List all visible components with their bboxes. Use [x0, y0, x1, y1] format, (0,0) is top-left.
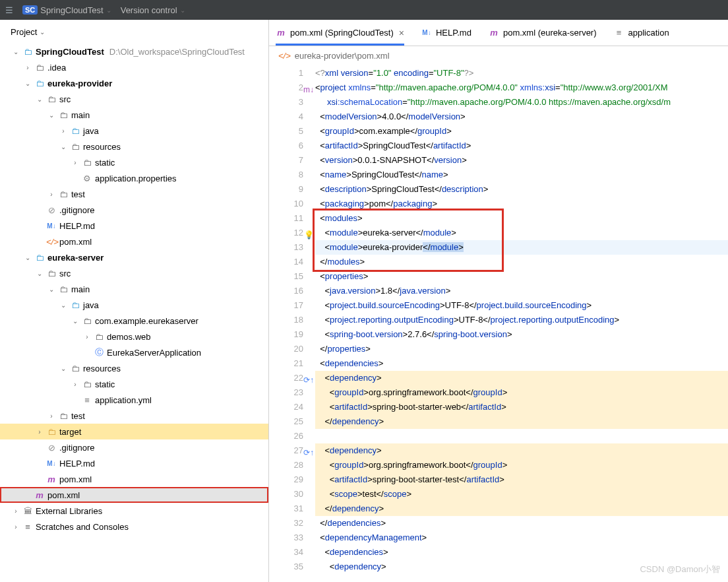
tree-item-pom-xml[interactable]: mpom.xml	[0, 487, 268, 503]
tree-item-com-example-eurekaserver[interactable]: 🗀com.example.eurekaserver	[0, 313, 268, 329]
code-line-23[interactable]: <groupId>org.springframework.boot</group…	[315, 385, 728, 400]
tree-arrow[interactable]	[12, 523, 20, 531]
tree-item-application-properties[interactable]: ⚙application.properties	[0, 170, 268, 186]
tree-arrow[interactable]	[59, 365, 67, 372]
tree-arrow[interactable]	[12, 48, 20, 55]
tree-item-resources[interactable]: 🗀resources	[0, 139, 268, 154]
tree-item-application-yml[interactable]: ≡application.yml	[0, 392, 268, 408]
tree-arrow[interactable]	[71, 159, 79, 166]
sidebar-header[interactable]: Project ⌄	[0, 20, 268, 44]
code-line-34[interactable]: <dependencies>	[315, 545, 728, 560]
tree-arrow[interactable]	[36, 428, 44, 436]
tree-arrow[interactable]	[83, 333, 91, 340]
tree-item-main[interactable]: 🗀main	[0, 281, 268, 297]
tree-arrow[interactable]	[24, 80, 32, 87]
tab-pom-xml--springcloudtest-[interactable]: mpom.xml (SpringCloudTest)×	[276, 20, 404, 46]
code-editor[interactable]: 12m↓3456789101112💡13141516171819202122⟳↑…	[269, 65, 728, 582]
tab-pom-xml--eureka-server-[interactable]: mpom.xml (eureka-server)	[489, 20, 597, 46]
code-line-27[interactable]: <dependency>	[315, 443, 728, 458]
tree-item-scratches-and-consoles[interactable]: ≡Scratches and Consoles	[0, 519, 268, 534]
code-line-20[interactable]: </properties>	[315, 342, 728, 356]
tree-item-src[interactable]: 🗀src	[0, 91, 268, 107]
tree-arrow[interactable]	[47, 191, 55, 198]
code-line-9[interactable]: <description>SpringCloudTest</descriptio…	[315, 182, 728, 197]
tree-item-target[interactable]: 🗀target	[0, 424, 268, 439]
tree-item-src[interactable]: 🗀src	[0, 265, 268, 281]
tree-item-main[interactable]: 🗀main	[0, 107, 268, 123]
tree-item-java[interactable]: 🗀java	[0, 123, 268, 139]
close-icon[interactable]: ×	[399, 28, 404, 38]
code-line-10[interactable]: <packaging>pom</packaging>	[315, 197, 728, 211]
code-line-28[interactable]: <groupId>org.springframework.boot</group…	[315, 458, 728, 472]
tree-item-pom-xml[interactable]: mpom.xml	[0, 471, 268, 487]
tree-arrow[interactable]	[24, 254, 32, 261]
tree-item--idea[interactable]: 🗀.idea	[0, 59, 268, 75]
tree-item-eurekaserverapplication[interactable]: ⒸEurekaServerApplication	[0, 344, 268, 360]
tree-item-help-md[interactable]: M↓HELP.md	[0, 218, 268, 234]
tree-item-static[interactable]: 🗀static	[0, 154, 268, 170]
code-line-26[interactable]	[315, 429, 728, 443]
tree-arrow[interactable]	[59, 302, 67, 309]
tree-arrow[interactable]	[59, 143, 67, 150]
code-line-33[interactable]: <dependencyManagement>	[315, 531, 728, 545]
code-line-18[interactable]: <project.reporting.outputEncoding>UTF-8<…	[315, 313, 728, 327]
tab-application[interactable]: ≡application	[614, 20, 669, 46]
tree-arrow[interactable]	[12, 507, 20, 515]
code-line-24[interactable]: <artifactId>spring-boot-starter-web</art…	[315, 400, 728, 414]
code-line-13[interactable]: <module>eureka-provider</module>	[315, 240, 728, 255]
code-line-32[interactable]: </dependencies>	[315, 516, 728, 531]
tab-help-md[interactable]: M↓HELP.md	[421, 20, 471, 46]
code-line-12[interactable]: <module>eureka-server</module>	[315, 226, 728, 240]
tree-item-external-libraries[interactable]: 🏛External Libraries	[0, 503, 268, 519]
tree-item-demos-web[interactable]: 🗀demos.web	[0, 329, 268, 344]
code-line-16[interactable]: <java.version>1.8</java.version>	[315, 284, 728, 298]
code-line-29[interactable]: <artifactId>spring-boot-starter-test</ar…	[315, 472, 728, 487]
tree-item-eureka-provider[interactable]: 🗀eureka-provider	[0, 75, 268, 91]
code-line-17[interactable]: <project.build.sourceEncoding>UTF-8</pro…	[315, 298, 728, 313]
tree-item-resources[interactable]: 🗀resources	[0, 360, 268, 376]
tree-arrow[interactable]	[47, 412, 55, 420]
code-line-14[interactable]: </modules>	[315, 255, 728, 269]
code-body[interactable]: <?xml version="1.0" encoding="UTF-8"?><p…	[315, 65, 728, 582]
code-line-25[interactable]: </dependency>	[315, 414, 728, 429]
tree-item--gitignore[interactable]: ⊘.gitignore	[0, 439, 268, 455]
project-selector[interactable]: SC SpringCloudTest ⌄	[22, 5, 111, 15]
tree-arrow[interactable]	[71, 381, 79, 388]
code-line-19[interactable]: <spring-boot.version>2.7.6</spring-boot.…	[315, 327, 728, 342]
tree-item-springcloudtest[interactable]: 🗀SpringCloudTestD:\Old_workspace\SpringC…	[0, 44, 268, 59]
project-tree[interactable]: 🗀SpringCloudTestD:\Old_workspace\SpringC…	[0, 44, 268, 582]
breadcrumb[interactable]: </> eureka-provider\pom.xml	[269, 46, 728, 65]
code-line-8[interactable]: <name>SpringCloudTest</name>	[315, 168, 728, 182]
code-line-15[interactable]: <properties>	[315, 269, 728, 284]
code-line-1[interactable]: <?xml version="1.0" encoding="UTF-8"?>	[315, 66, 728, 81]
code-line-21[interactable]: <dependencies>	[315, 356, 728, 371]
code-line-31[interactable]: </dependency>	[315, 501, 728, 516]
tree-item-static[interactable]: 🗀static	[0, 376, 268, 392]
tree-item-java[interactable]: 🗀java	[0, 297, 268, 313]
code-line-6[interactable]: <artifactId>SpringCloudTest</artifactId>	[315, 139, 728, 153]
tree-arrow[interactable]	[36, 270, 44, 277]
tree-arrow[interactable]	[47, 112, 55, 119]
code-line-4[interactable]: <modelVersion>4.0.0</modelVersion>	[315, 110, 728, 124]
menu-icon[interactable]: ☰	[5, 5, 13, 15]
tree-item-test[interactable]: 🗀test	[0, 408, 268, 424]
code-line-11[interactable]: <modules>	[315, 211, 728, 226]
tree-item-pom-xml[interactable]: </>pom.xml	[0, 234, 268, 249]
code-line-2[interactable]: <project xmlns="http://maven.apache.org/…	[315, 81, 728, 95]
code-line-7[interactable]: <version>0.0.1-SNAPSHOT</version>	[315, 153, 728, 168]
tree-item-test[interactable]: 🗀test	[0, 186, 268, 202]
code-line-3[interactable]: xsi:schemaLocation="http://maven.apache.…	[315, 95, 728, 110]
tree-arrow[interactable]	[47, 286, 55, 293]
tree-item--gitignore[interactable]: ⊘.gitignore	[0, 202, 268, 218]
gutter[interactable]: 12m↓3456789101112💡13141516171819202122⟳↑…	[269, 65, 315, 582]
tree-item-eureka-server[interactable]: 🗀eureka-server	[0, 249, 268, 265]
code-line-5[interactable]: <groupId>com.example</groupId>	[315, 124, 728, 139]
vc-selector[interactable]: Version control ⌄	[121, 5, 185, 15]
tree-arrow[interactable]	[71, 317, 79, 325]
tree-item-help-md[interactable]: M↓HELP.md	[0, 455, 268, 471]
tree-arrow[interactable]	[24, 64, 32, 71]
tree-arrow[interactable]	[59, 127, 67, 135]
code-line-30[interactable]: <scope>test</scope>	[315, 487, 728, 501]
code-line-22[interactable]: <dependency>	[315, 371, 728, 385]
tree-arrow[interactable]	[36, 96, 44, 103]
